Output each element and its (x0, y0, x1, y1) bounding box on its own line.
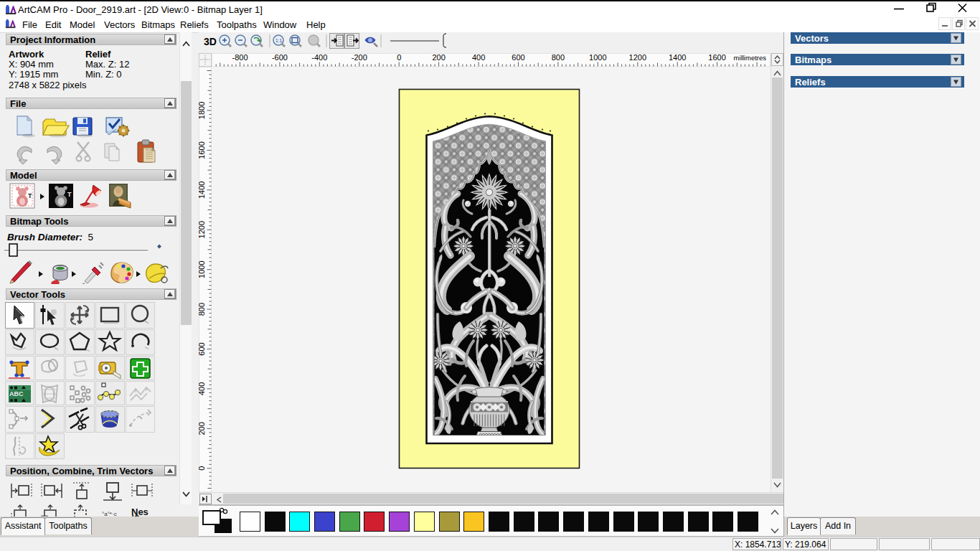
svg-text:0: 0 (397, 53, 401, 62)
svg-text:800: 800 (552, 53, 565, 62)
svg-text:-200: -200 (352, 53, 367, 62)
svg-text:1200: 1200 (199, 221, 206, 238)
svg-text:1600: 1600 (708, 53, 725, 62)
svg-text:T: T (28, 192, 32, 199)
svg-text:0: 0 (199, 466, 206, 471)
svg-text:1:1: 1:1 (275, 38, 282, 43)
svg-text:1000: 1000 (199, 260, 206, 278)
svg-text:400: 400 (199, 382, 206, 395)
svg-text:-400: -400 (311, 53, 327, 62)
svg-text:millimetres: millimetres (734, 54, 767, 62)
svg-text:1400: 1400 (669, 53, 686, 62)
svg-text:800: 800 (199, 303, 206, 316)
svg-text:1800: 1800 (199, 102, 206, 119)
svg-text:1400: 1400 (199, 182, 206, 199)
svg-text:ABC: ABC (9, 390, 24, 397)
svg-text:400: 400 (472, 53, 485, 62)
svg-text:200: 200 (199, 422, 206, 435)
svg-text:-800: -800 (232, 53, 248, 62)
svg-text:-600: -600 (272, 53, 288, 62)
svg-text:1200: 1200 (629, 53, 646, 62)
svg-text:1000: 1000 (589, 53, 606, 62)
svg-text:T: T (67, 191, 72, 198)
svg-text:200: 200 (432, 53, 445, 62)
svg-text:NCode: NCode (146, 148, 155, 151)
svg-text:600: 600 (199, 342, 206, 355)
svg-text:600: 600 (512, 53, 524, 62)
svg-text:1600: 1600 (199, 141, 206, 159)
